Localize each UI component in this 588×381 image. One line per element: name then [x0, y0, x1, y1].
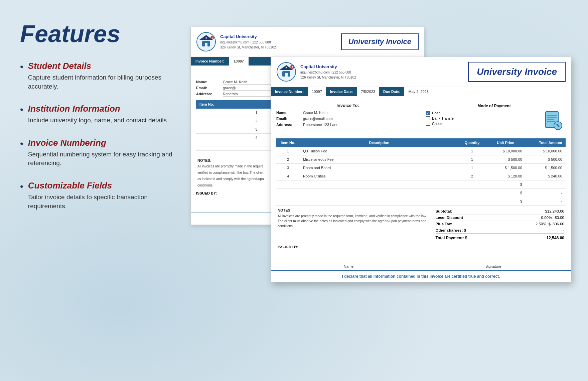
invoice-info-bar: Invoice Number: 10097 Invoice Date: 7/5/… [271, 87, 571, 96]
svg-text:★: ★ [291, 66, 294, 68]
table-row: $ - [276, 189, 566, 197]
other-label: Other charges: $ [436, 228, 466, 232]
page-title: Features [20, 20, 174, 47]
subtotal-value: $12,240.00 [545, 209, 564, 213]
invoice-title-back: University Invoice [348, 37, 411, 46]
table-row: 3 Room and Board 1 $ 1,500.00 $ 1,500.00 [276, 164, 566, 172]
checkbox-bank [426, 116, 430, 120]
feature-customizable-fields: • Customizable Fields Tailor invoice det… [20, 180, 174, 211]
payment-check: Check [426, 122, 455, 126]
svg-rect-18 [547, 117, 557, 118]
number-value: 10097 [308, 87, 326, 96]
payment-cash: ✓ Cash [426, 111, 455, 115]
table-row: $ - [276, 197, 566, 206]
svg-text:★: ★ [285, 67, 288, 69]
invoice-table-front: Item No. Description Quantity Unit Price… [276, 138, 566, 206]
invoice-to-title: Invoice To: [276, 103, 419, 108]
feature-heading-institution: Institution Information [28, 104, 168, 114]
svg-text:✎: ✎ [556, 123, 560, 128]
table-row: 4 Room Utilities 2 $ 120.00 $ 240.00 [276, 172, 566, 180]
due-label: Due Date: [379, 87, 404, 96]
feature-invoice-numbering: • Invoice Numbering Sequential numbering… [20, 138, 174, 168]
bullet-icon: • [20, 138, 23, 149]
features-panel: Features • Student Details Capture stude… [20, 20, 174, 223]
svg-rect-3 [205, 43, 207, 46]
svg-rect-17 [547, 115, 557, 116]
invoice-title-front: University Invoice [477, 67, 557, 77]
feature-desc-custom: Tailor invoice details to specific trans… [28, 193, 174, 211]
feature-institution-info: • Institution Information Include univer… [20, 104, 174, 125]
bullet-icon: • [20, 61, 23, 72]
invoice-number-label-back: Invoice Number: [191, 57, 229, 66]
payment-bank-transfer: Bank Transfer [426, 116, 455, 120]
issued-by-label: ISSUED BY: [278, 245, 564, 249]
notes-text: All invoices are promptly made in the re… [278, 214, 432, 229]
checkbox-check-option [426, 122, 430, 126]
feature-heading-student: Student Details [28, 61, 174, 71]
bullet-icon: • [20, 104, 23, 115]
university-contact-front: inquiries@cmu.com | 222 555 888 326 Kell… [300, 70, 464, 80]
table-row: 1 Q3 Tuition Fee 1 $ 10,000.00 $ 10,000.… [276, 147, 566, 155]
subtotal-label: Subtotal: [436, 209, 452, 213]
tax-label: Plus Tax: [436, 222, 452, 226]
svg-text:★: ★ [205, 37, 207, 39]
university-contact-back: inquiries@cmu.com | 222 555 888 326 Kell… [220, 40, 337, 50]
payment-mode-section: Mode of Payment ✓ Cash Bank Transfer [423, 100, 566, 135]
discount-label: Less: Discount [436, 216, 463, 220]
feature-desc-student: Capture student information for billing … [28, 73, 174, 91]
university-logo-front: ★ ★ ★ [276, 62, 296, 82]
feature-desc-institution: Include university logo, name, and conta… [28, 116, 168, 125]
svg-rect-11 [285, 73, 288, 77]
invoices-area: ★ ★ ★ Capital University inquiries@cmu.c… [187, 0, 588, 381]
table-row: 2 Miscellaneous Fee 1 $ 500.00 $ 500.00 [276, 155, 566, 164]
feature-student-details: • Student Details Capture student inform… [20, 61, 174, 91]
invoice-number-value-back: 10097 [229, 57, 249, 66]
date-label: Invoice Date: [326, 87, 357, 96]
declaration-bar-front: I declare that all information contained… [271, 270, 571, 282]
notes-label: NOTES: [278, 208, 432, 212]
due-value: May 2, 2023 [404, 87, 433, 96]
signature-section: Name Signature [271, 259, 571, 270]
date-value: 7/5/2023 [357, 87, 379, 96]
svg-rect-19 [547, 119, 554, 120]
payment-icon: ✎ [544, 111, 562, 131]
university-name-back: Capital University [220, 34, 337, 39]
university-name-front: Capital University [300, 64, 464, 69]
name-sig-label: Name [327, 264, 371, 268]
svg-rect-20 [547, 121, 555, 122]
signature-label: Signature [472, 264, 515, 268]
total-value: 12,546.00 [547, 236, 564, 240]
university-logo-back: ★ ★ ★ [196, 32, 216, 52]
invoice-front: ★ ★ ★ Capital University inquiries@cmu.c… [271, 57, 571, 282]
feature-heading-numbering: Invoice Numbering [28, 138, 174, 148]
number-label: Invoice Number: [271, 87, 308, 96]
total-label: Total Payment: $ [436, 236, 467, 240]
bullet-icon: • [20, 181, 23, 192]
feature-desc-numbering: Sequential numbering system for easy tra… [28, 150, 174, 168]
table-row: $ - [276, 180, 566, 189]
checkbox-cash: ✓ [426, 111, 430, 115]
feature-heading-custom: Customizable Fields [28, 180, 174, 191]
